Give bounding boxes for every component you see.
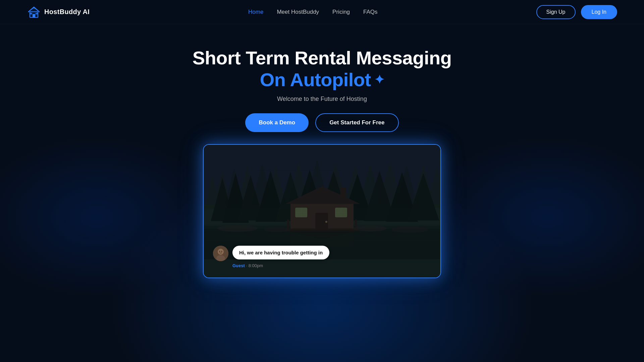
nav-actions: Sign Up Log In bbox=[536, 5, 617, 19]
logo-icon bbox=[27, 5, 41, 19]
nav-meet[interactable]: Meet HostBuddy bbox=[277, 9, 319, 15]
hero-title-line2: On Autopilot ✦ bbox=[260, 68, 384, 91]
nav-faqs[interactable]: FAQs bbox=[363, 9, 378, 15]
svg-point-64 bbox=[218, 249, 224, 255]
nav-links: Home Meet HostBuddy Pricing FAQs bbox=[248, 9, 378, 15]
svg-rect-3 bbox=[33, 14, 35, 17]
guest-label: Guest bbox=[232, 263, 245, 268]
chat-bubble: Hi, we are having trouble getting in bbox=[232, 246, 329, 259]
nav-home[interactable]: Home bbox=[248, 9, 263, 15]
chat-separator: · bbox=[246, 263, 248, 268]
chat-time: 8:00pm bbox=[249, 263, 263, 268]
hero-section: Short Term Rental Messaging On Autopilot… bbox=[0, 24, 644, 132]
nav-pricing[interactable]: Pricing bbox=[332, 9, 350, 15]
hero-subtitle: Welcome to the Future of Hosting bbox=[277, 96, 367, 103]
hero-buttons: Book a Demo Get Started For Free bbox=[245, 113, 398, 132]
get-started-button[interactable]: Get Started For Free bbox=[315, 113, 398, 132]
chat-overlay: Hi, we are having trouble getting in Gue… bbox=[213, 246, 329, 268]
logo[interactable]: HostBuddy AI bbox=[27, 5, 90, 19]
chat-message-text: Hi, we are having trouble getting in bbox=[239, 250, 323, 255]
svg-point-66 bbox=[219, 251, 220, 252]
svg-rect-5 bbox=[36, 13, 38, 14]
navbar: HostBuddy AI Home Meet HostBuddy Pricing… bbox=[0, 0, 644, 24]
sparkle-icon: ✦ bbox=[374, 72, 384, 87]
chat-meta: Guest · 8:00pm bbox=[232, 263, 329, 268]
demo-button[interactable]: Book a Demo bbox=[245, 113, 309, 132]
hero-title-line1: Short Term Rental Messaging bbox=[193, 48, 452, 68]
guest-avatar bbox=[213, 246, 228, 261]
logo-text: HostBuddy AI bbox=[44, 8, 90, 16]
preview-background: Hi, we are having trouble getting in Gue… bbox=[204, 145, 440, 278]
login-button[interactable]: Log In bbox=[581, 5, 617, 19]
svg-point-67 bbox=[221, 251, 222, 252]
svg-rect-4 bbox=[30, 13, 32, 14]
preview-card: Hi, we are having trouble getting in Gue… bbox=[203, 144, 441, 278]
signup-button[interactable]: Sign Up bbox=[536, 5, 576, 19]
chat-message-row: Hi, we are having trouble getting in bbox=[213, 246, 329, 261]
